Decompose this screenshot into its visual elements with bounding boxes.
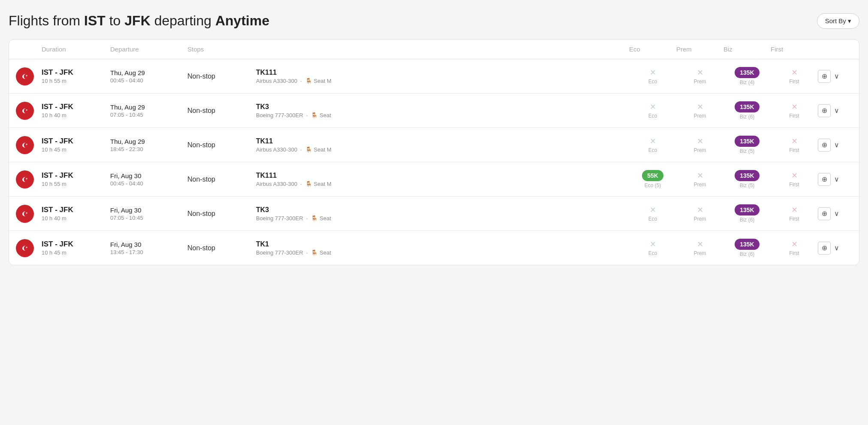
- departure-time: 13:45 - 17:30: [110, 249, 187, 255]
- biz-price-cell[interactable]: 135K Biz (5): [723, 170, 771, 188]
- eco-price-cell: ✕ Eco: [629, 240, 676, 256]
- aircraft-info: Boeing 777-300ER · 🪑 Seat: [256, 112, 629, 118]
- sort-by-button[interactable]: Sort By ▾: [817, 13, 859, 29]
- departure-time: 00:45 - 04:40: [110, 180, 187, 187]
- expand-button[interactable]: ⊕: [818, 104, 831, 117]
- eco-price-badge: 55K: [642, 170, 663, 181]
- col-flight: [256, 46, 629, 53]
- eco-price-label: Eco: [648, 79, 657, 85]
- airline-logo: [16, 67, 34, 85]
- prem-unavailable-icon: ✕: [697, 137, 703, 146]
- expand-button[interactable]: ⊕: [818, 173, 831, 186]
- stops-cell: Non-stop: [187, 141, 256, 149]
- col-logo: [16, 46, 42, 53]
- departure-time: 07:05 - 10:45: [110, 112, 187, 118]
- departure-date: Thu, Aug 29: [110, 103, 187, 111]
- table-row: IST - JFK 10 h 55 m Thu, Aug 29 00:45 - …: [9, 59, 859, 94]
- stops-cell: Non-stop: [187, 210, 256, 218]
- eco-price-cell: ✕ Eco: [629, 102, 676, 119]
- route-text: IST - JFK: [42, 137, 110, 146]
- stops-cell: Non-stop: [187, 244, 256, 252]
- departure-date: Thu, Aug 29: [110, 69, 187, 76]
- seat-icon: 🪑: [311, 112, 318, 118]
- first-price-cell: ✕ First: [771, 205, 818, 222]
- eco-unavailable-icon: ✕: [650, 102, 656, 112]
- table-row: IST - JFK 10 h 45 m Thu, Aug 29 18:45 - …: [9, 128, 859, 162]
- chevron-down-button[interactable]: ∨: [834, 72, 839, 80]
- biz-price-cell[interactable]: 135K Biz (5): [723, 136, 771, 154]
- route-info: IST - JFK 10 h 40 m: [42, 206, 110, 222]
- expand-button[interactable]: ⊕: [818, 70, 831, 83]
- biz-price-cell[interactable]: 135K Biz (6): [723, 239, 771, 257]
- prem-price-label: Prem: [694, 250, 706, 256]
- eco-unavailable-icon: ✕: [650, 68, 656, 77]
- first-price-cell: ✕ First: [771, 171, 818, 188]
- prem-unavailable-icon: ✕: [697, 171, 703, 180]
- expand-button[interactable]: ⊕: [818, 207, 831, 220]
- first-price-cell: ✕ First: [771, 240, 818, 256]
- chevron-down-button[interactable]: ∨: [834, 106, 839, 115]
- flight-details: TK11 Airbus A330-300 · 🪑 Seat M: [256, 137, 629, 153]
- seat-icon: 🪑: [305, 146, 312, 153]
- biz-price-badge: 135K: [735, 67, 759, 78]
- aircraft-info: Airbus A330-300 · 🪑 Seat M: [256, 146, 629, 153]
- stops-cell: Non-stop: [187, 107, 256, 115]
- biz-price-cell[interactable]: 135K Biz (6): [723, 204, 771, 223]
- expand-button[interactable]: ⊕: [818, 139, 831, 152]
- table-row: IST - JFK 10 h 45 m Fri, Aug 30 13:45 - …: [9, 231, 859, 265]
- duration-text: 10 h 45 m: [42, 249, 110, 256]
- airline-logo: [16, 205, 34, 223]
- route-text: IST - JFK: [42, 171, 110, 180]
- biz-price-label: Biz (6): [740, 251, 755, 257]
- eco-price-label: Eco: [648, 250, 657, 256]
- svg-point-8: [19, 208, 30, 219]
- flight-number: TK1: [256, 240, 629, 248]
- stops-cell: Non-stop: [187, 176, 256, 183]
- prem-price-label: Prem: [694, 147, 706, 153]
- col-duration: Duration: [42, 46, 110, 53]
- biz-price-label: Biz (6): [740, 114, 755, 120]
- prem-unavailable-icon: ✕: [697, 205, 703, 215]
- eco-price-cell: ✕ Eco: [629, 68, 676, 85]
- departure-info: Fri, Aug 30 13:45 - 17:30: [110, 241, 187, 255]
- prem-price-cell: ✕ Prem: [676, 68, 723, 85]
- airline-logo: [16, 102, 34, 120]
- seat-icon: 🪑: [305, 181, 312, 187]
- flight-details: TK3 Boeing 777-300ER · 🪑 Seat: [256, 206, 629, 222]
- chevron-down-button[interactable]: ∨: [834, 175, 839, 183]
- eco-unavailable-icon: ✕: [650, 205, 656, 215]
- svg-point-2: [19, 105, 30, 116]
- biz-price-cell[interactable]: 135K Biz (4): [723, 67, 771, 85]
- first-unavailable-icon: ✕: [791, 137, 798, 146]
- chevron-down-button[interactable]: ∨: [834, 141, 839, 149]
- eco-unavailable-icon: ✕: [650, 240, 656, 249]
- first-price-label: First: [789, 182, 799, 188]
- chevron-down-button[interactable]: ∨: [834, 209, 839, 218]
- duration-text: 10 h 55 m: [42, 181, 110, 187]
- prem-price-cell: ✕ Prem: [676, 137, 723, 153]
- biz-price-label: Biz (4): [740, 79, 755, 85]
- flight-details: TK111 Airbus A330-300 · 🪑 Seat M: [256, 69, 629, 84]
- eco-price-cell[interactable]: 55K Eco (5): [629, 170, 676, 188]
- action-cell: ⊕ ∨: [818, 242, 852, 255]
- departure-time: 18:45 - 22:30: [110, 146, 187, 152]
- first-unavailable-icon: ✕: [791, 68, 798, 77]
- route-info: IST - JFK 10 h 45 m: [42, 137, 110, 153]
- biz-price-cell[interactable]: 135K Biz (6): [723, 101, 771, 120]
- departure-date: Thu, Aug 29: [110, 138, 187, 145]
- expand-button[interactable]: ⊕: [818, 242, 831, 255]
- action-cell: ⊕ ∨: [818, 173, 852, 186]
- chevron-down-button[interactable]: ∨: [834, 244, 839, 252]
- first-unavailable-icon: ✕: [791, 102, 798, 112]
- prem-price-label: Prem: [694, 113, 706, 119]
- prem-unavailable-icon: ✕: [697, 240, 703, 249]
- first-unavailable-icon: ✕: [791, 240, 798, 249]
- col-stops: Stops: [187, 46, 256, 53]
- departure-info: Fri, Aug 30 07:05 - 10:45: [110, 206, 187, 221]
- first-price-cell: ✕ First: [771, 102, 818, 119]
- eco-price-label: Eco: [648, 147, 657, 153]
- page-header: Flights from IST to JFK departing Anytim…: [9, 13, 859, 29]
- col-eco: Eco: [629, 46, 676, 53]
- eco-price-label: Eco: [648, 216, 657, 222]
- route-info: IST - JFK 10 h 40 m: [42, 103, 110, 118]
